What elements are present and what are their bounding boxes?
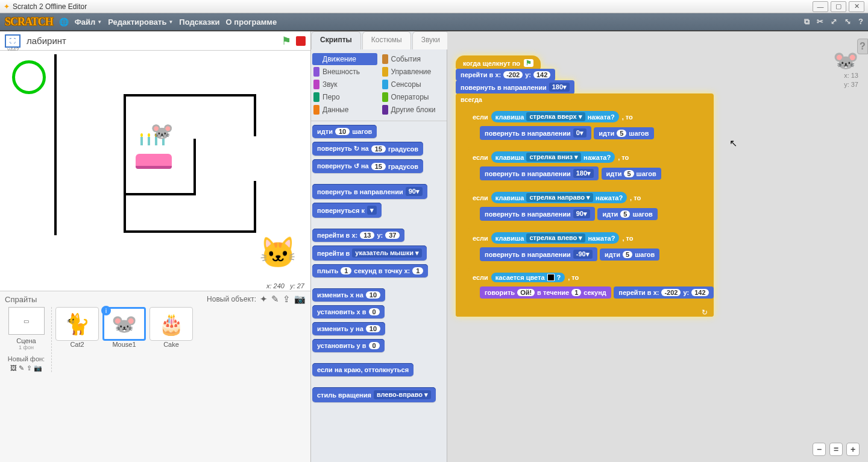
sprite-info-icon[interactable]: i (101, 306, 111, 315)
category-operators[interactable]: Операторы (381, 91, 446, 103)
block-if-touching-color[interactable]: есликасается цвета?, то говоритьОй!в теч… (468, 270, 714, 306)
stage-canvas[interactable]: 🐭 🐱 x: 240 y: 27 (0, 51, 310, 291)
menu-bar: SCRATCH 🌐 Файл▼ Редактировать▼ Подсказки… (0, 13, 868, 31)
block-point-direction[interactable]: повернуть в направлении180▾ (480, 166, 599, 180)
upload-sprite-icon[interactable]: ⇪ (283, 294, 291, 305)
block-point-direction[interactable]: повернуть в направлении-90▾ (480, 247, 597, 261)
category-more[interactable]: Другие блоки (381, 104, 446, 116)
choose-sprite-icon[interactable]: ✦ (260, 294, 268, 305)
hat-when-flag-clicked[interactable]: когда щелкнут по⚑ (456, 55, 541, 69)
sprite-xy-readout: x: 13 y: 37 (844, 71, 858, 90)
choose-backdrop-icon[interactable]: 🖼 (10, 364, 17, 372)
sprite-item-mouse1[interactable]: i 🐭 Mouse1 (102, 307, 146, 372)
category-sound[interactable]: Звук (312, 78, 377, 90)
tab-sounds[interactable]: Звуки (412, 31, 449, 49)
scratch-logo[interactable]: SCRATCH (5, 16, 53, 28)
maze-wall (124, 193, 196, 195)
block-move-steps[interactable]: идти5шагов (600, 248, 659, 261)
sprite-item-cat2[interactable]: 🐈 Cat2 (55, 307, 99, 372)
script-stack[interactable]: когда щелкнут по⚑ перейти в x:-202y:142 … (456, 55, 714, 317)
stage-thumbnail[interactable]: ▭ (8, 307, 45, 335)
new-sprite-label: Новый объект: (207, 295, 256, 303)
zoom-out-icon[interactable]: − (813, 443, 826, 456)
block-set-y[interactable]: установить y в0 (312, 339, 385, 352)
category-pen[interactable]: Перо (312, 91, 377, 103)
shrink-icon[interactable]: ⤡ (844, 17, 851, 27)
camera-backdrop-icon[interactable]: 📷 (34, 364, 42, 372)
block-turn-ccw[interactable]: повернуть ↺ на15градусов (312, 159, 423, 173)
block-point-direction[interactable]: повернуть в направлении90▾ (312, 184, 427, 199)
help-drawer-icon[interactable]: ? (857, 39, 868, 54)
paint-sprite-icon[interactable]: ✎ (271, 294, 279, 305)
block-point-direction[interactable]: повернуть в направлении0▾ (480, 126, 591, 140)
block-goto-xy[interactable]: перейти в x:13y:37 (312, 229, 404, 242)
window-title: Scratch 2 Offline Editor (13, 2, 87, 11)
close-button[interactable]: ✕ (849, 1, 864, 12)
current-sprite-icon: 🐭 (833, 48, 858, 72)
block-change-y[interactable]: изменить y на10 (312, 322, 385, 335)
block-move-steps[interactable]: идти5шагов (597, 208, 657, 220)
block-turn-cw[interactable]: повернуть ↻ на15градусов (312, 142, 423, 156)
block-move-steps[interactable]: идти5шагов (594, 127, 653, 139)
menu-about[interactable]: О программе (226, 17, 277, 27)
scripts-area[interactable]: ? 🐭 x: 13 y: 37 ↖ когда щелкнут по⚑ пере… (447, 31, 868, 462)
sprite-item-cake[interactable]: 🎂 Cake (149, 307, 193, 372)
block-if-right[interactable]: есликлавишастрелка направо ▾нажата?, то … (468, 189, 714, 229)
sprites-title: Спрайты (5, 295, 37, 304)
new-backdrop-label: Новый фон: (5, 355, 48, 362)
stop-icon[interactable] (296, 36, 306, 46)
category-looks[interactable]: Внешность (312, 66, 377, 78)
block-set-x[interactable]: установить x в0 (312, 305, 385, 318)
category-data[interactable]: Данные (312, 104, 377, 116)
block-goto-pointer[interactable]: перейти вуказатель мышки ▾ (312, 245, 427, 261)
camera-sprite-icon[interactable]: 📷 (294, 294, 306, 305)
menu-tips[interactable]: Подсказки (179, 17, 219, 27)
zoom-in-icon[interactable]: + (846, 443, 860, 456)
block-if-left[interactable]: есликлавишастрелка влево ▾нажата?, то по… (468, 230, 714, 269)
mouse-sprite[interactable]: 🐭 (151, 121, 173, 142)
menu-edit[interactable]: Редактировать▼ (108, 17, 173, 27)
block-forever[interactable]: всегда есликлавишастрелка вверх ▾нажата?… (456, 93, 714, 317)
block-point-direction[interactable]: повернуть в направлении90▾ (480, 207, 595, 221)
maze-wall (124, 94, 256, 97)
block-change-x[interactable]: изменить x на10 (312, 288, 385, 302)
paint-backdrop-icon[interactable]: ✎ (19, 364, 24, 372)
minimize-button[interactable]: — (813, 1, 828, 12)
cursor-icon: ↖ (729, 138, 737, 149)
cake-sprite[interactable] (136, 142, 172, 169)
help-icon[interactable]: ? (858, 17, 863, 27)
block-glide[interactable]: плыть1секунд в точку x:1 (312, 264, 428, 277)
block-move-steps[interactable]: идти5шагов (602, 168, 661, 180)
block-rotation-style[interactable]: стиль вращениявлево-вправо ▾ (312, 387, 436, 402)
block-goto-xy[interactable]: перейти в x:-202y:142 (456, 69, 555, 81)
menu-file[interactable]: Файл▼ (75, 17, 102, 27)
tab-scripts[interactable]: Скрипты (311, 31, 361, 49)
color-swatch[interactable] (547, 274, 555, 281)
block-point-towards[interactable]: повернуться к▾ (312, 203, 382, 218)
tab-costumes[interactable]: Костюмы (362, 31, 411, 49)
green-flag-icon[interactable]: ⚑ (281, 34, 291, 48)
block-point-direction[interactable]: повернуть в направлении180▾ (456, 80, 574, 94)
upload-backdrop-icon[interactable]: ⇪ (27, 364, 32, 372)
category-motion[interactable]: Движение (312, 53, 377, 65)
category-events[interactable]: События (381, 53, 446, 65)
maze-wall (254, 94, 256, 136)
maximize-button[interactable]: ▢ (831, 1, 846, 12)
block-say-for-secs[interactable]: говоритьОй!в течение1секунд (480, 286, 611, 299)
cat-sprite[interactable]: 🐱 (259, 235, 297, 270)
block-edge-bounce[interactable]: если на краю, оттолкнуться (312, 363, 414, 376)
project-title[interactable]: лабиринт (27, 36, 66, 46)
zoom-reset-icon[interactable]: = (829, 443, 843, 456)
globe-icon[interactable]: 🌐 (59, 17, 69, 27)
block-goto-xy[interactable]: перейти в x:-202y:142 (614, 286, 713, 299)
block-move-steps[interactable]: идти10шагов (312, 125, 377, 138)
category-control[interactable]: Управление (381, 66, 446, 78)
block-if-up[interactable]: есликлавишастрелка вверх ▾нажата?, то по… (468, 109, 714, 148)
block-if-down[interactable]: есликлавишастрелка вниз ▾нажата?, то пов… (468, 149, 714, 188)
fullscreen-icon[interactable]: ⛶ (5, 34, 20, 48)
stage-xy-readout: x: 240 y: 27 (266, 282, 304, 290)
grow-icon[interactable]: ⤢ (831, 17, 837, 27)
cut-icon[interactable]: ✂ (817, 17, 823, 27)
category-sensing[interactable]: Сенсоры (381, 78, 446, 90)
stamp-icon[interactable]: ⧉ (804, 17, 810, 27)
